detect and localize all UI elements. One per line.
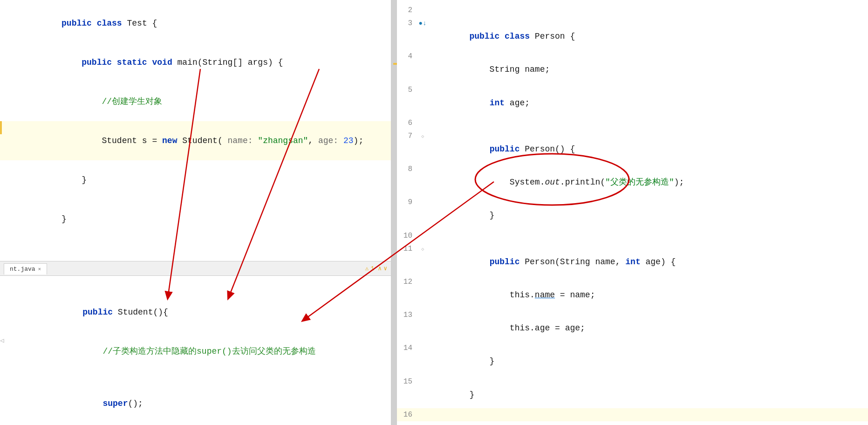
right-code-line-2: 2 — [397, 4, 868, 17]
line-number: 12 — [397, 275, 418, 288]
code-content: public static void main(String[] args) { — [9, 43, 391, 82]
right-code-line-9: 9 } — [397, 196, 868, 229]
line-number: 11 — [397, 242, 418, 255]
line-number: 9 — [397, 196, 418, 209]
line-number: 8 — [397, 163, 418, 176]
code-line — [0, 371, 391, 384]
code-content: public class Test { — [9, 4, 391, 43]
line-number: 16 — [397, 408, 418, 421]
line-number: 10 — [397, 229, 418, 242]
code-content — [427, 4, 868, 17]
code-line: } — [0, 160, 391, 199]
code-line — [0, 280, 391, 293]
right-code-line-10: 10 — [397, 229, 868, 242]
right-code-line-15: 15 } — [397, 375, 868, 408]
editor-container: public class Test { public static void m… — [0, 0, 868, 425]
code-line-highlighted: Student s = new Student( name: "zhangsan… — [0, 121, 391, 160]
nav-up-icon[interactable]: ∧ — [378, 265, 382, 272]
gutter-icon-diamond: ⬦ — [418, 130, 427, 143]
line-number: 7 — [397, 130, 418, 143]
left-top-code: public class Test { public static void m… — [0, 0, 391, 261]
tab-label: nt.java — [10, 266, 35, 273]
code-line: public class Test { — [0, 4, 391, 43]
code-content — [10, 280, 391, 293]
scroll-marker — [393, 63, 397, 65]
tab-bar: nt.java × ⚠ 1 ∧ ∨ — [0, 261, 391, 276]
line-number: 2 — [397, 4, 418, 17]
line-number: 6 — [397, 117, 418, 130]
code-content: //子类构造方法中隐藏的super()去访问父类的无参构造 — [10, 332, 391, 371]
code-content: public Student(){ — [10, 293, 391, 332]
right-panel: 2 3 ●↓ public class Person { 4 String na… — [397, 0, 868, 425]
code-line: //子类构造方法中隐藏的super()去访问父类的无参构造 — [0, 332, 391, 371]
right-code-line-8: 8 System.out.println("父类的无参构造"); — [397, 163, 868, 196]
warning-count: 1 — [371, 265, 375, 272]
tab-close-icon[interactable]: × — [38, 267, 41, 272]
gutter-icon-diamond-2: ⬦ — [418, 242, 427, 255]
spacer — [0, 239, 391, 257]
warning-icon: ⚠ — [365, 265, 369, 272]
line-number: 5 — [397, 83, 418, 96]
code-content: //创建学生对象 — [9, 82, 391, 121]
code-content: super(); — [10, 384, 391, 423]
code-line: } — [0, 199, 391, 239]
code-content: } — [9, 199, 391, 239]
code-line: //创建学生对象 — [0, 82, 391, 121]
code-content: } — [9, 160, 391, 199]
code-line: super(); — [0, 384, 391, 423]
right-code-line-14: 14 } — [397, 342, 868, 375]
left-bottom-code: ◁ ◁ public Student(){ //子类构造方法 — [0, 276, 391, 425]
code-content: Student s = new Student( name: "zhangsan… — [9, 121, 391, 160]
right-code-line-13: 13 this.age = age; — [397, 308, 868, 342]
left-panel: public class Test { public static void m… — [0, 0, 391, 425]
code-line: public static void main(String[] args) { — [0, 43, 391, 82]
right-code-line-12: 12 this.name = name; — [397, 275, 868, 308]
warning-badge: ⚠ 1 ∧ ∨ — [365, 265, 387, 272]
code-content — [427, 117, 868, 130]
right-code-line-5: 5 int age; — [397, 83, 868, 117]
code-content — [10, 371, 391, 384]
code-content: System.out.println("子类的无参构造"); — [10, 423, 391, 425]
gutter-arrow-1: ◁ — [0, 336, 10, 344]
line-number: 13 — [397, 308, 418, 322]
right-code-line-3: 3 ●↓ public class Person { — [397, 17, 868, 50]
line-number: 15 — [397, 375, 418, 388]
highlight-bar — [0, 121, 2, 134]
nav-down-icon[interactable]: ∨ — [383, 265, 387, 272]
code-line: public Student(){ — [0, 293, 391, 332]
debug-icon: ●↓ — [418, 17, 427, 30]
right-code-line-7: 7 ⬦ public Person() { — [397, 130, 868, 163]
right-code-line-6: 6 — [397, 117, 868, 130]
panel-divider — [391, 0, 397, 425]
line-number: 14 — [397, 342, 418, 355]
code-content — [427, 408, 868, 421]
right-code-line-11: 11 ⬦ public Person(String name, int age)… — [397, 242, 868, 275]
code-content — [427, 229, 868, 242]
line-number: 3 — [397, 17, 418, 30]
right-code-line-4: 4 String name; — [397, 50, 868, 83]
tab-item-student[interactable]: nt.java × — [4, 263, 47, 274]
code-line: System.out.println("子类的无参构造"); — [0, 423, 391, 425]
left-gutter-icons: ◁ ◁ — [0, 295, 10, 425]
line-number: 4 — [397, 50, 418, 63]
right-code-line-16: 16 — [397, 408, 868, 421]
